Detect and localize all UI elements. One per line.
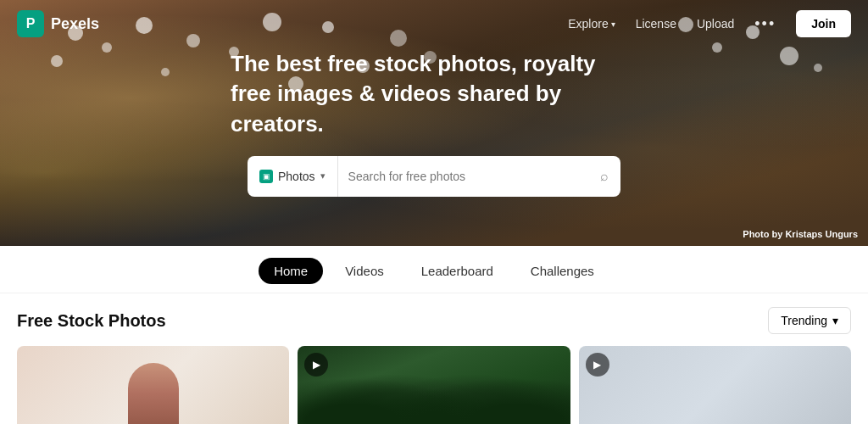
photo-credit-author: Kristaps Ungurs xyxy=(785,229,858,239)
nav-upload[interactable]: Upload xyxy=(697,17,734,31)
trending-chevron-icon: ▾ xyxy=(832,314,838,327)
photo-grid: ▶ ▶ xyxy=(17,346,851,424)
subnav-home[interactable]: Home xyxy=(259,258,323,284)
search-type-button[interactable]: ▣ Photos ▾ xyxy=(248,156,338,197)
hero-title: The best free stock photos, royalty free… xyxy=(231,49,637,138)
video-play-button[interactable]: ▶ xyxy=(304,353,328,377)
subnav-challenges[interactable]: Challenges xyxy=(515,258,609,284)
explore-chevron-icon: ▾ xyxy=(611,20,615,29)
nav-more-icon[interactable]: ••• xyxy=(754,15,776,33)
search-submit-button[interactable]: ⌕ xyxy=(588,156,620,197)
photo-credit: Photo by Kristaps Ungurs xyxy=(743,229,858,239)
subnav-leaderboard[interactable]: Leaderboard xyxy=(406,258,509,284)
content-area: Free Stock Photos Trending ▾ ▶ ▶ xyxy=(0,293,868,424)
photos-type-icon: ▣ xyxy=(259,170,273,183)
subnav-videos[interactable]: Videos xyxy=(330,258,399,284)
photo-card[interactable]: ▶ xyxy=(298,346,570,424)
photo-card[interactable]: ▶ xyxy=(579,346,851,424)
trending-button[interactable]: Trending ▾ xyxy=(768,307,851,334)
play-icon: ▶ xyxy=(593,359,601,371)
logo-link[interactable]: P Pexels xyxy=(17,10,99,37)
play-icon: ▶ xyxy=(313,359,320,371)
join-button[interactable]: Join xyxy=(796,10,851,37)
search-type-chevron-icon: ▾ xyxy=(320,170,326,181)
nav-links: Explore ▾ License Upload ••• Join xyxy=(568,10,851,37)
content-header: Free Stock Photos Trending ▾ xyxy=(17,307,851,334)
section-title: Free Stock Photos xyxy=(17,311,166,331)
logo-text: Pexels xyxy=(51,15,99,33)
search-type-label: Photos xyxy=(278,170,315,183)
sub-navigation: Home Videos Leaderboard Challenges xyxy=(0,246,868,293)
search-bar: ▣ Photos ▾ ⌕ xyxy=(248,156,620,197)
video-play-button[interactable]: ▶ xyxy=(586,353,609,377)
search-icon: ⌕ xyxy=(600,169,609,183)
nav-license[interactable]: License xyxy=(636,17,676,31)
search-input[interactable] xyxy=(338,170,588,183)
logo-icon: P xyxy=(17,10,44,37)
photo-card[interactable] xyxy=(17,346,289,424)
nav-explore[interactable]: Explore ▾ xyxy=(568,17,615,31)
hero-section: P Pexels Explore ▾ License Upload ••• Jo… xyxy=(0,0,868,246)
navbar: P Pexels Explore ▾ License Upload ••• Jo… xyxy=(0,0,868,47)
